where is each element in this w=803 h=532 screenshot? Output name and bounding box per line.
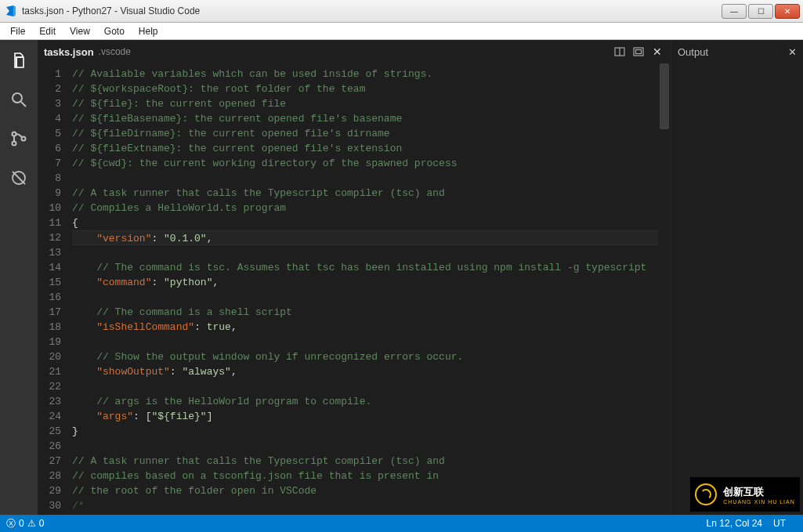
more-actions-icon[interactable] <box>630 43 647 60</box>
code-line[interactable] <box>72 439 658 454</box>
error-count: 0 <box>19 518 24 529</box>
window-minimize-button[interactable]: — <box>722 4 747 19</box>
status-encoding[interactable]: UT <box>773 518 786 529</box>
code-line[interactable]: // Available variables which can be used… <box>72 67 658 81</box>
workbench: tasks.json .vscode ✕ 1234567891011121314… <box>0 40 803 515</box>
menu-goto[interactable]: Goto <box>97 24 132 38</box>
svg-rect-9 <box>634 48 643 56</box>
vscode-app-icon <box>5 5 17 17</box>
output-panel-close-icon[interactable]: ✕ <box>788 46 797 58</box>
output-panel-title: Output <box>678 46 708 58</box>
svg-point-0 <box>13 93 22 103</box>
code-line[interactable]: // ${workspaceRoot}: the root folder of … <box>72 81 658 96</box>
code-line[interactable]: // args is the HelloWorld program to com… <box>72 394 658 409</box>
menu-file[interactable]: File <box>3 24 32 38</box>
code-line[interactable]: "command": "python", <box>72 275 658 290</box>
code-line[interactable]: // A task runner that calls the Typescri… <box>72 186 658 201</box>
line-number: 2 <box>38 81 61 96</box>
code-line[interactable]: // ${file}: the current opened file <box>72 96 658 111</box>
code-line[interactable]: "version": "0.1.0", <box>72 230 658 245</box>
code-line[interactable]: // The command is tsc. Assumes that tsc … <box>72 260 658 275</box>
scrollbar-thumb[interactable] <box>660 63 669 129</box>
line-number: 4 <box>38 111 61 126</box>
search-icon[interactable] <box>6 87 31 112</box>
line-number: 5 <box>38 126 61 141</box>
code-line[interactable]: "args": ["${file}"] <box>72 409 658 424</box>
line-number: 15 <box>38 275 61 290</box>
warning-icon: ⚠ <box>27 518 36 529</box>
menu-bar: FileEditViewGotoHelp <box>0 23 803 40</box>
line-number: 6 <box>38 141 61 156</box>
editor-area: tasks.json .vscode ✕ 1234567891011121314… <box>38 40 803 515</box>
code-line[interactable]: "showOutput": "always", <box>72 364 658 379</box>
line-number: 20 <box>38 349 61 364</box>
code-line[interactable] <box>72 335 658 349</box>
svg-point-2 <box>13 132 16 136</box>
code-line[interactable]: // ${fileExtname}: the current opened fi… <box>72 141 658 156</box>
line-number: 27 <box>38 454 61 469</box>
editor-tab[interactable]: tasks.json .vscode <box>44 46 131 58</box>
code-line[interactable]: // the root of the folder open in VSCode <box>72 483 658 498</box>
line-number: 7 <box>38 156 61 171</box>
status-errors[interactable]: ⓧ 0 ⚠ 0 <box>6 517 44 530</box>
line-number: 10 <box>38 201 61 215</box>
window-titlebar: tasks.json - Python27 - Visual Studio Co… <box>0 0 803 23</box>
status-cursor-position[interactable]: Ln 12, Col 24 <box>707 518 762 529</box>
line-number: 23 <box>38 394 61 409</box>
close-tab-icon[interactable]: ✕ <box>649 43 666 60</box>
line-number: 17 <box>38 305 61 320</box>
code-line[interactable] <box>72 171 658 186</box>
line-number: 13 <box>38 245 61 260</box>
code-line[interactable]: // A task runner that calls the Typescri… <box>72 454 658 469</box>
line-number: 28 <box>38 469 61 483</box>
line-number: 29 <box>38 483 61 498</box>
line-number: 8 <box>38 171 61 186</box>
svg-point-3 <box>13 142 16 146</box>
code-line[interactable]: } <box>72 424 658 439</box>
code-line[interactable] <box>72 290 658 305</box>
window-title: tasks.json - Python27 - Visual Studio Co… <box>22 5 200 16</box>
code-line[interactable]: // The command is a shell script <box>72 305 658 320</box>
line-number: 24 <box>38 409 61 424</box>
editor-main: tasks.json .vscode ✕ 1234567891011121314… <box>38 40 671 515</box>
code-line[interactable] <box>72 379 658 394</box>
line-number: 19 <box>38 335 61 349</box>
tab-folder: .vscode <box>99 46 131 57</box>
line-number: 1 <box>38 67 61 81</box>
line-number: 12 <box>38 230 61 245</box>
code-line[interactable]: // ${cwd}: the current working directory… <box>72 156 658 171</box>
line-number: 14 <box>38 260 61 275</box>
line-number: 22 <box>38 379 61 394</box>
code-line[interactable]: // compiles based on a tsconfig.json fil… <box>72 469 658 483</box>
minimap-scrollbar[interactable] <box>658 63 671 515</box>
line-number: 16 <box>38 290 61 305</box>
line-gutter: 1234567891011121314151617181920212223242… <box>38 63 67 515</box>
explorer-icon[interactable] <box>6 48 31 73</box>
svg-rect-10 <box>636 50 642 54</box>
split-editor-icon[interactable] <box>611 43 628 60</box>
window-maximize-button[interactable]: ☐ <box>748 4 773 19</box>
code-line[interactable]: // ${fileBasename}: the current opened f… <box>72 111 658 126</box>
code-editor[interactable]: 1234567891011121314151617181920212223242… <box>38 63 671 515</box>
line-number: 30 <box>38 498 61 513</box>
code-line[interactable]: // ${fileDirname}: the current opened fi… <box>72 126 658 141</box>
debug-icon[interactable] <box>6 165 31 190</box>
editor-tabs: tasks.json .vscode ✕ <box>38 40 671 63</box>
code-line[interactable] <box>72 245 658 260</box>
line-number: 18 <box>38 320 61 335</box>
output-panel: Output ✕ <box>671 40 803 515</box>
status-bar: ⓧ 0 ⚠ 0 Ln 12, Col 24 UT <box>0 515 803 532</box>
code-line[interactable]: // Compiles a HelloWorld.ts program <box>72 201 658 215</box>
code-line[interactable]: /* <box>72 498 658 513</box>
menu-view[interactable]: View <box>63 24 97 38</box>
code-content[interactable]: // Available variables which can be used… <box>67 63 658 515</box>
code-line[interactable]: // Show the output window only if unreco… <box>72 349 658 364</box>
menu-edit[interactable]: Edit <box>32 24 63 38</box>
menu-help[interactable]: Help <box>132 24 165 38</box>
tab-filename: tasks.json <box>44 46 94 58</box>
window-close-button[interactable]: ✕ <box>775 4 800 19</box>
code-line[interactable]: { <box>72 215 658 230</box>
git-icon[interactable] <box>6 126 31 151</box>
line-number: 26 <box>38 439 61 454</box>
code-line[interactable]: "isShellCommand": true, <box>72 320 658 335</box>
